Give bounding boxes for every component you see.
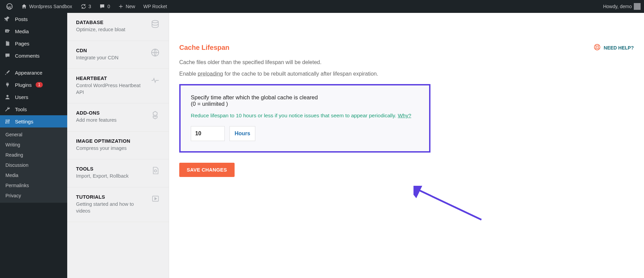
sidebar-item-posts[interactable]: Posts: [0, 13, 67, 25]
lifebuoy-icon: [593, 43, 601, 52]
cubes-icon: [150, 110, 160, 121]
sidebar-item-plugins[interactable]: Plugins 1: [0, 79, 67, 91]
sidebar-item-comments[interactable]: Comments: [0, 49, 67, 62]
site-name: Wordpress Sandbox: [29, 4, 72, 9]
section-header: Cache Lifespan NEED HELP?: [179, 43, 634, 55]
svg-point-2: [9, 30, 10, 31]
media-icon: [4, 28, 11, 34]
tab-addons[interactable]: ADD-ONSAdd more features: [67, 103, 169, 132]
svg-point-4: [152, 20, 159, 23]
sidebar-label: Users: [15, 94, 28, 100]
lifespan-input[interactable]: [191, 126, 225, 141]
tab-desc: Integrate your CDN: [76, 55, 118, 61]
plus-icon: [118, 4, 124, 9]
preloading-link[interactable]: preloading: [198, 71, 223, 77]
box-hint: Reduce lifespan to 10 hours or less if y…: [191, 113, 419, 119]
new-label: New: [126, 4, 135, 9]
admin-bar: Wordpress Sandbox 3 0 New WP Rocket Howd…: [0, 0, 644, 13]
save-changes-button[interactable]: SAVE CHANGES: [179, 163, 235, 177]
box-heading-2: (0 = unlimited ): [191, 101, 419, 107]
need-help-link[interactable]: NEED HELP?: [593, 43, 634, 52]
svg-point-9: [596, 46, 599, 48]
section-desc-1: Cache files older than the specified lif…: [179, 58, 634, 67]
tab-tools[interactable]: TOOLSImport, Export, Rollback: [67, 159, 169, 187]
wordpress-icon: [6, 3, 13, 10]
submenu-permalinks[interactable]: Permalinks: [0, 180, 67, 191]
sidebar-item-tools[interactable]: Tools: [0, 103, 67, 115]
sidebar-label: Pages: [15, 41, 30, 46]
sidebar-label: Tools: [15, 106, 27, 112]
sidebar-item-pages[interactable]: Pages: [0, 37, 67, 49]
tab-title: HEARTBEAT: [76, 76, 147, 81]
tab-title: CDN: [76, 48, 118, 53]
tab-title: TOOLS: [76, 166, 129, 172]
sidebar-label: Posts: [15, 16, 28, 22]
submenu-media[interactable]: Media: [0, 170, 67, 180]
comments-count: 0: [107, 4, 110, 9]
lifespan-unit-select[interactable]: Hours: [229, 126, 255, 141]
play-icon: [151, 194, 160, 204]
pin-icon: [4, 16, 11, 22]
howdy-text: Howdy, demo: [603, 4, 632, 9]
tab-desc: Control WordPress Heartbeat API: [76, 82, 147, 96]
tab-tutorials[interactable]: TUTORIALSGetting started and how to vide…: [67, 187, 169, 222]
refresh-icon: [80, 3, 87, 9]
tab-desc: Add more features: [76, 117, 116, 124]
cache-lifespan-box: Specify time after which the global cach…: [179, 84, 430, 153]
annotation-arrow-icon: [413, 186, 488, 226]
svg-point-6: [154, 170, 157, 172]
submenu-general[interactable]: General: [0, 130, 67, 140]
user-icon: [4, 94, 11, 100]
plug-icon: [4, 82, 11, 88]
comments-link[interactable]: 0: [96, 3, 113, 9]
tab-title: TUTORIALS: [76, 194, 148, 200]
need-help-label: NEED HELP?: [604, 45, 634, 51]
tab-desc: Optimize, reduce bloat: [76, 26, 125, 33]
why-link[interactable]: Why?: [398, 113, 411, 118]
sidebar-label: Media: [15, 28, 29, 34]
site-link[interactable]: Wordpress Sandbox: [18, 3, 75, 9]
sidebar-label: Comments: [15, 53, 40, 59]
wp-logo[interactable]: [3, 3, 16, 10]
updates-count: 3: [89, 4, 91, 9]
submenu-writing[interactable]: Writing: [0, 140, 67, 150]
tab-imageopt[interactable]: IMAGE OPTIMIZATIONCompress your images: [67, 132, 169, 160]
svg-line-10: [417, 189, 481, 220]
gear-file-icon: [151, 166, 160, 176]
tab-title: DATABASE: [76, 20, 125, 25]
wprocket-tabs: DATABASEOptimize, reduce bloat CDNIntegr…: [67, 13, 169, 278]
updates-link[interactable]: 3: [78, 3, 94, 9]
brush-icon: [4, 70, 11, 76]
sliders-icon: [4, 118, 11, 124]
comment-icon: [99, 3, 105, 9]
content-panel: Cache Lifespan NEED HELP? Cache files ol…: [169, 13, 644, 278]
globe-icon: [150, 48, 160, 59]
wprocket-link[interactable]: WP Rocket: [141, 4, 170, 9]
account-link[interactable]: Howdy, demo: [603, 3, 641, 10]
avatar: [634, 3, 641, 10]
heartbeat-icon: [150, 76, 160, 86]
submenu-privacy[interactable]: Privacy: [0, 191, 67, 201]
section-desc-2: Enable preloading for the cache to be re…: [179, 70, 634, 78]
box-heading-1: Specify time after which the global cach…: [191, 94, 419, 101]
sidebar-item-appearance[interactable]: Appearance: [0, 66, 67, 79]
admin-sidebar: Posts Media Pages Comments Appearance Pl…: [0, 13, 67, 278]
home-icon: [21, 3, 27, 9]
sidebar-item-settings[interactable]: Settings: [0, 115, 67, 127]
tab-heartbeat[interactable]: HEARTBEATControl WordPress Heartbeat API: [67, 69, 169, 103]
submenu-discussion[interactable]: Discussion: [0, 160, 67, 170]
new-link[interactable]: New: [115, 4, 138, 9]
tab-title: ADD-ONS: [76, 110, 116, 116]
sidebar-item-media[interactable]: Media: [0, 25, 67, 37]
database-icon: [150, 20, 160, 31]
sidebar-item-users[interactable]: Users: [0, 91, 67, 103]
tab-cdn[interactable]: CDNIntegrate your CDN: [67, 41, 169, 69]
tab-database[interactable]: DATABASEOptimize, reduce bloat: [67, 13, 169, 41]
plugins-badge: 1: [36, 82, 43, 87]
sidebar-label: Plugins: [15, 82, 32, 88]
tab-desc: Getting started and how to videos: [76, 201, 148, 214]
submenu-reading[interactable]: Reading: [0, 150, 67, 160]
tab-desc: Compress your images: [76, 145, 130, 152]
tab-desc: Import, Export, Rollback: [76, 173, 129, 180]
sidebar-label: Settings: [15, 119, 33, 124]
